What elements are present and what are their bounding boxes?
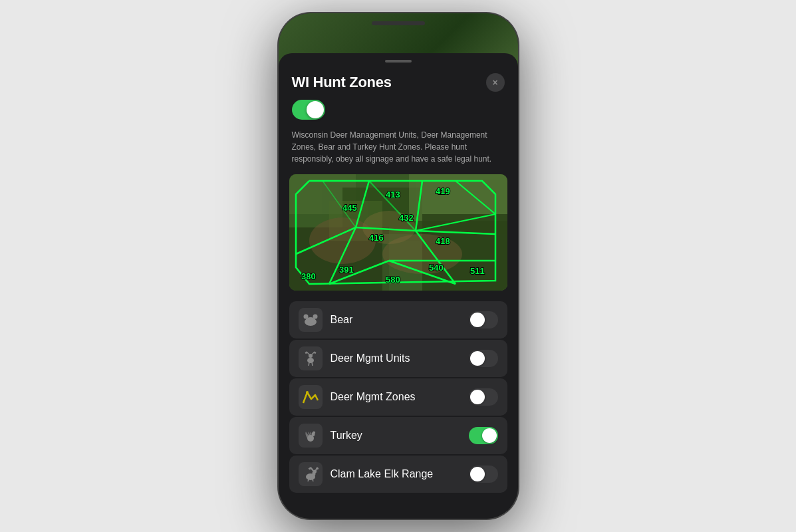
main-toggle[interactable] [292, 100, 325, 120]
zone-413: 413 [386, 190, 400, 200]
deer-zones-icon-container [299, 385, 323, 409]
list-item-elk: Clam Lake Elk Range [289, 456, 507, 493]
elk-icon-container [299, 462, 323, 486]
svg-line-36 [315, 352, 315, 354]
deer-zones-icon [302, 390, 319, 404]
modal-sheet: WI Hunt Zones × Wisconsin Deer Managemen… [279, 53, 518, 519]
phone-screen: WI Hunt Zones × Wisconsin Deer Managemen… [279, 13, 518, 519]
deer-zones-toggle-slider [469, 388, 498, 406]
svg-point-42 [313, 432, 315, 434]
turkey-toggle[interactable] [469, 427, 498, 444]
svg-line-38 [312, 362, 313, 366]
svg-line-33 [306, 352, 307, 354]
bear-toggle[interactable] [469, 311, 498, 329]
deer-units-icon-container [299, 346, 323, 370]
modal-header: WI Hunt Zones × [279, 63, 518, 97]
zone-445: 445 [342, 203, 357, 213]
turkey-icon [303, 428, 318, 443]
svg-line-34 [312, 352, 315, 354]
zone-419: 419 [436, 186, 450, 196]
bear-icon [303, 314, 318, 326]
list-section: Bear [279, 301, 518, 493]
phone-frame: WI Hunt Zones × Wisconsin Deer Managemen… [279, 13, 518, 519]
bear-toggle-slider [469, 311, 498, 329]
elk-toggle-slider [469, 466, 498, 483]
svg-point-28 [306, 317, 315, 324]
main-toggle-slider [292, 100, 325, 120]
elk-icon [303, 467, 319, 481]
svg-point-29 [307, 358, 314, 363]
zone-511: 511 [470, 266, 485, 276]
turkey-icon-container [299, 424, 323, 448]
zone-432: 432 [399, 213, 414, 223]
svg-line-52 [317, 467, 318, 469]
map-svg: 445 413 419 432 416 418 540 511 391 380 … [289, 174, 507, 291]
close-icon: × [492, 77, 497, 88]
map-container: 445 413 419 432 416 418 540 511 391 380 … [289, 174, 507, 291]
list-item-turkey: Turkey [289, 417, 507, 454]
zone-580: 580 [386, 275, 400, 285]
turkey-toggle-slider [469, 427, 498, 444]
deer-units-toggle-slider [469, 350, 498, 367]
elk-label: Clam Lake Elk Range [331, 468, 461, 480]
svg-line-37 [309, 362, 309, 366]
main-toggle-row [279, 97, 518, 129]
svg-line-31 [307, 352, 309, 354]
svg-line-53 [308, 479, 309, 481]
deer-units-label: Deer Mgmt Units [331, 352, 461, 364]
zone-380: 380 [301, 271, 316, 281]
bear-icon-container [299, 308, 323, 332]
turkey-label: Turkey [331, 430, 461, 442]
zone-540: 540 [429, 263, 444, 273]
deer-zones-toggle[interactable] [469, 388, 498, 406]
list-item-deer-zones: Deer Mgmt Zones [289, 378, 507, 416]
deer-zones-label: Deer Mgmt Zones [331, 391, 461, 403]
bear-label: Bear [331, 314, 461, 326]
zone-416: 416 [369, 233, 384, 243]
modal-title: WI Hunt Zones [292, 74, 392, 91]
zone-418: 418 [436, 236, 450, 246]
list-item-bear: Bear [289, 301, 507, 338]
svg-point-39 [306, 391, 309, 394]
description-text: Wisconsin Deer Management Units, Deer Ma… [279, 129, 518, 174]
elk-toggle[interactable] [469, 466, 498, 483]
deer-units-toggle[interactable] [469, 350, 498, 367]
list-item-deer-units: Deer Mgmt Units [289, 340, 507, 377]
deer-units-icon [303, 351, 318, 366]
phone-notch [372, 21, 425, 25]
svg-line-54 [313, 479, 313, 481]
close-button[interactable]: × [486, 73, 505, 92]
zone-391: 391 [339, 265, 354, 275]
